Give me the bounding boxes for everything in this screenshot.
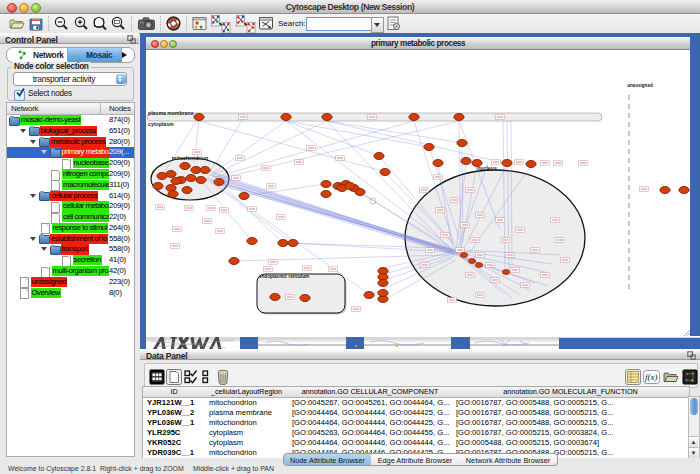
svg-text:mitochondrion: mitochondrion bbox=[172, 155, 208, 161]
svg-text:cytoplasm: cytoplasm bbox=[148, 121, 174, 127]
svg-text:endoplasmic reticulum: endoplasmic reticulum bbox=[259, 274, 309, 279]
svg-text:plasma membrane: plasma membrane bbox=[148, 110, 194, 116]
svg-text:unassigned: unassigned bbox=[627, 83, 653, 88]
svg-text:nucleus: nucleus bbox=[477, 165, 497, 171]
svg-text:f(x): f(x) bbox=[645, 372, 658, 382]
